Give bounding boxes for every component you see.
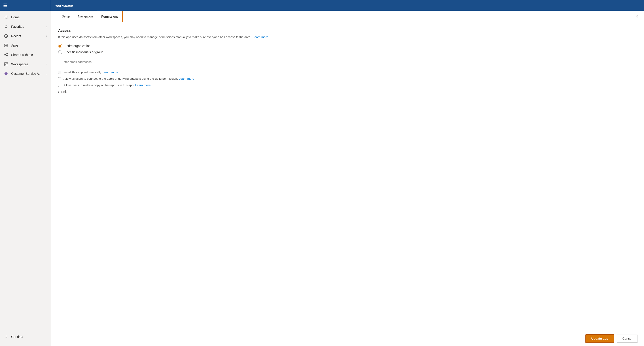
workspaces-icon [4, 62, 8, 67]
sidebar-item-get-data[interactable]: Get data [4, 332, 47, 341]
links-section-label: Links [61, 90, 68, 94]
main-area: workspace Setup Navigation Permissions ✕… [51, 0, 644, 346]
app-title: workspace [56, 4, 73, 8]
learn-more-link-access[interactable]: Learn more [253, 35, 268, 39]
sidebar: ☰ Home Favorites › [0, 0, 51, 346]
chevron-right-icon-recent: › [46, 35, 47, 38]
sidebar-item-shared-with-me[interactable]: Shared with me [0, 50, 51, 60]
checkbox-allow-copy-input[interactable] [58, 84, 61, 87]
cancel-button[interactable]: Cancel [617, 334, 638, 343]
sidebar-item-label-shared: Shared with me [11, 53, 33, 57]
checkbox-allow-build: Allow all users to connect to the app's … [58, 77, 637, 80]
sidebar-top-bar: ☰ [0, 0, 51, 11]
radio-entire-org[interactable]: Entire organization [58, 44, 637, 48]
chevron-down-icon-customer: ⌄ [45, 72, 47, 75]
sidebar-item-label-get-data: Get data [11, 335, 23, 338]
sidebar-item-workspaces[interactable]: Workspaces › [0, 60, 51, 69]
access-description: If this app uses datasets from other wor… [58, 35, 637, 39]
sidebar-item-label-apps: Apps [11, 44, 18, 47]
sidebar-item-label-home: Home [11, 16, 20, 19]
learn-more-link-install[interactable]: Learn more [103, 71, 118, 74]
svg-line-9 [6, 55, 7, 56]
sidebar-item-recent[interactable]: Recent › [0, 31, 51, 41]
star-icon [4, 24, 8, 29]
section-title-access: Access [58, 29, 637, 33]
svg-rect-10 [4, 63, 6, 64]
sidebar-item-label-recent: Recent [11, 34, 21, 38]
sidebar-item-favorites[interactable]: Favorites › [0, 22, 51, 31]
chevron-right-icon: › [46, 25, 47, 28]
update-app-button[interactable]: Update app [586, 334, 614, 343]
get-data-icon [4, 334, 8, 339]
sidebar-item-label-customer: Customer Service A... [11, 72, 41, 75]
radio-entire-org-label: Entire organization [64, 44, 90, 48]
permissions-content: Access If this app uses datasets from ot… [51, 22, 644, 100]
checkbox-allow-build-input[interactable] [58, 77, 61, 80]
sidebar-item-label-favorites: Favorites [11, 25, 24, 29]
share-icon [4, 52, 8, 57]
chevron-right-links-icon: › [58, 90, 59, 94]
learn-more-link-copy[interactable]: Learn more [135, 84, 150, 87]
sidebar-bottom: Get data [0, 330, 51, 346]
tab-navigation[interactable]: Navigation [74, 11, 97, 22]
chevron-right-icon-workspaces: › [46, 63, 47, 66]
radio-specific-individuals[interactable]: Specific individuals or group [58, 50, 637, 54]
sidebar-nav: Home Favorites › Recent › [0, 11, 51, 330]
svg-rect-4 [6, 46, 8, 47]
tabs-bar: Setup Navigation Permissions ✕ [51, 11, 644, 22]
sidebar-item-customer-service[interactable]: Customer Service A... ⌄ [0, 69, 51, 78]
svg-rect-11 [6, 63, 8, 64]
hamburger-icon[interactable]: ☰ [3, 3, 7, 8]
close-button[interactable]: ✕ [635, 15, 639, 19]
footer-bar: Update app Cancel [51, 331, 644, 346]
clock-icon [4, 34, 8, 39]
checkbox-install-auto: Install this app automatically. Learn mo… [58, 71, 637, 74]
checkbox-install-auto-input[interactable] [58, 71, 61, 74]
svg-line-8 [6, 54, 7, 55]
links-section[interactable]: › Links [58, 90, 637, 94]
svg-rect-1 [4, 44, 6, 45]
apps-icon [4, 43, 8, 48]
top-bar: workspace [51, 0, 644, 11]
radio-entire-org-input[interactable] [58, 44, 62, 48]
sidebar-item-apps[interactable]: Apps [0, 41, 51, 50]
tab-permissions[interactable]: Permissions [97, 11, 123, 22]
tab-setup[interactable]: Setup [58, 11, 74, 22]
svg-point-7 [6, 55, 8, 56]
radio-group-access: Entire organization Specific individuals… [58, 44, 637, 54]
checkbox-allow-build-label: Allow all users to connect to the app's … [64, 77, 178, 80]
radio-specific-individuals-label: Specific individuals or group [64, 50, 103, 54]
svg-marker-13 [4, 72, 8, 75]
content-area: Setup Navigation Permissions ✕ Access If… [51, 11, 644, 346]
svg-point-6 [4, 54, 6, 56]
purple-gem-icon [4, 71, 8, 76]
checkbox-allow-copy-label: Allow users to make a copy of the report… [64, 84, 134, 87]
checkbox-allow-copy: Allow users to make a copy of the report… [58, 84, 637, 87]
svg-rect-3 [4, 46, 6, 47]
svg-rect-2 [6, 44, 8, 45]
home-icon [4, 15, 8, 20]
radio-specific-individuals-input[interactable] [58, 50, 62, 54]
sidebar-item-home[interactable]: Home [0, 13, 51, 22]
checkbox-install-auto-label: Install this app automatically. [64, 71, 102, 74]
svg-rect-12 [4, 65, 6, 66]
learn-more-link-build[interactable]: Learn more [179, 77, 194, 80]
sidebar-item-label-workspaces: Workspaces [11, 63, 28, 66]
svg-point-5 [6, 53, 8, 54]
email-input[interactable] [58, 58, 237, 66]
